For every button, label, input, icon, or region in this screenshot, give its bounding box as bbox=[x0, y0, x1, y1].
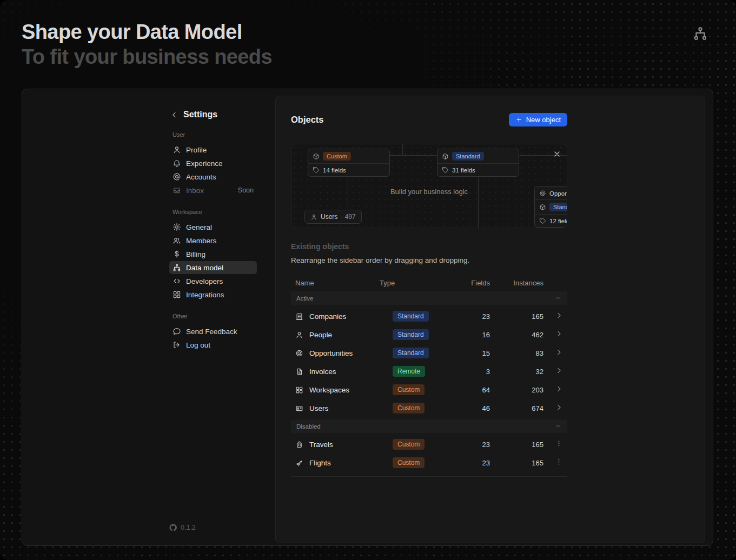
sidebar-item-profile[interactable]: Profile bbox=[169, 143, 257, 156]
idcard-icon bbox=[295, 404, 303, 412]
object-row-travels[interactable]: TravelsCustom23165 bbox=[291, 435, 567, 454]
object-name-cell: Opportunities bbox=[295, 349, 380, 357]
object-name: Flights bbox=[309, 459, 331, 467]
instances-count: 203 bbox=[490, 386, 543, 394]
row-chevron-right-icon[interactable] bbox=[555, 311, 563, 319]
row-chevron-right-icon[interactable] bbox=[555, 348, 563, 356]
users-label: Users bbox=[321, 213, 337, 221]
custom-badge: Custom bbox=[393, 457, 425, 468]
nav-section-label: Other bbox=[173, 313, 257, 319]
objects-table: NameTypeFieldsInstances ActiveCompaniesS… bbox=[291, 276, 567, 477]
data-model-hero-icon bbox=[693, 26, 708, 41]
standard-badge: Standard bbox=[393, 329, 429, 340]
code-icon bbox=[173, 277, 181, 285]
apps-icon bbox=[295, 386, 303, 394]
group-header-active[interactable]: Active bbox=[291, 291, 567, 305]
flow-line bbox=[478, 175, 479, 228]
sidebar-item-developers[interactable]: Developers bbox=[169, 275, 257, 288]
object-name: Opportunities bbox=[309, 349, 353, 357]
object-row-workspaces[interactable]: WorkspacesCustom64203 bbox=[291, 381, 567, 399]
fields-count: 46 bbox=[466, 404, 490, 412]
sidebar-item-billing[interactable]: Billing bbox=[169, 248, 257, 261]
soon-badge: Soon bbox=[238, 186, 254, 194]
fields-count: 23 bbox=[466, 441, 490, 449]
custom-badge: Custom bbox=[393, 384, 425, 395]
object-name-cell: Flights bbox=[295, 459, 380, 467]
fields-count: 12 fields bbox=[549, 218, 567, 224]
row-chevron-right-icon[interactable] bbox=[555, 385, 563, 393]
object-icon bbox=[539, 204, 546, 211]
sidebar-item-members[interactable]: Members bbox=[169, 234, 257, 247]
sidebar-item-label: General bbox=[186, 223, 212, 231]
existing-objects-subtitle: Rearrange the sidebar order by dragging … bbox=[291, 256, 567, 264]
row-chevron-right-icon[interactable] bbox=[555, 366, 563, 375]
object-name-cell: Companies bbox=[295, 312, 380, 321]
flow-node-standard: Standard 31 fields bbox=[437, 149, 519, 177]
object-name-cell: Users bbox=[295, 404, 380, 412]
github-icon bbox=[169, 524, 177, 531]
page-title: Shape your Data Model bbox=[22, 21, 242, 44]
instances-count: 165 bbox=[490, 441, 543, 449]
fields-count: 64 bbox=[466, 386, 490, 394]
objects-table-header: NameTypeFieldsInstances bbox=[291, 276, 567, 289]
object-row-companies[interactable]: CompaniesStandard23165 bbox=[291, 307, 567, 325]
column-header-instances: Instances bbox=[490, 279, 543, 287]
row-menu-icon[interactable] bbox=[555, 458, 563, 466]
fields-count: 3 bbox=[466, 368, 490, 376]
object-row-people[interactable]: PeopleStandard16462 bbox=[291, 325, 567, 344]
object-row-users[interactable]: UsersCustom46674 bbox=[291, 399, 567, 417]
objects-banner: Custom 14 fields Standard bbox=[291, 144, 567, 228]
sidebar-item-label: Experience bbox=[186, 159, 223, 168]
new-object-button[interactable]: New object bbox=[509, 113, 567, 126]
nav-section-label: Workspace bbox=[173, 209, 257, 215]
sidebar-item-accounts[interactable]: Accounts bbox=[169, 170, 257, 183]
object-row-invoices[interactable]: InvoicesRemote332 bbox=[291, 362, 567, 381]
banner-close-button[interactable] bbox=[553, 150, 561, 158]
sidebar-item-general[interactable]: General bbox=[169, 221, 257, 234]
sidebar-item-label: Log out bbox=[186, 341, 210, 349]
instances-count: 674 bbox=[490, 404, 543, 412]
banner-caption: Build your business logic bbox=[291, 188, 567, 196]
custom-badge: Custom bbox=[323, 152, 351, 161]
objects-panel: Objects New object Custom bbox=[275, 96, 705, 543]
sidebar-item-log-out[interactable]: Log out bbox=[169, 338, 257, 351]
standard-badge: Standard bbox=[549, 203, 567, 211]
row-menu-icon[interactable] bbox=[555, 439, 563, 448]
standard-badge: Standard bbox=[393, 311, 429, 322]
sidebar-item-label: Members bbox=[186, 237, 216, 245]
sidebar-sections: UserProfileExperienceAccountsInboxSoonWo… bbox=[169, 131, 257, 351]
nav-section-label: User bbox=[173, 131, 257, 138]
flow-line bbox=[402, 144, 403, 155]
settings-back-button[interactable]: Settings bbox=[170, 110, 257, 119]
object-name-cell: Workspaces bbox=[295, 386, 380, 394]
object-name: People bbox=[309, 331, 332, 339]
group-header-disabled[interactable]: Disabled bbox=[291, 419, 567, 433]
at-icon bbox=[173, 172, 181, 181]
object-name-cell: People bbox=[295, 331, 380, 339]
objects-header: Objects New object bbox=[291, 112, 567, 126]
row-chevron-right-icon[interactable] bbox=[555, 403, 563, 411]
object-name-cell: Invoices bbox=[295, 368, 380, 376]
row-chevron-right-icon[interactable] bbox=[555, 330, 563, 338]
sidebar-item-data-model[interactable]: Data model bbox=[169, 261, 257, 274]
apps-icon bbox=[173, 290, 181, 299]
object-row-flights[interactable]: FlightsCustom23165 bbox=[291, 454, 567, 472]
object-name: Companies bbox=[309, 312, 346, 321]
fields-count: 14 fields bbox=[323, 167, 346, 174]
instances-count: 462 bbox=[490, 331, 543, 339]
page-subtitle: To fit your business needs bbox=[22, 45, 272, 69]
group-label: Active bbox=[296, 295, 313, 302]
object-name: Users bbox=[309, 404, 328, 412]
sidebar-item-experience[interactable]: Experience bbox=[169, 157, 257, 170]
custom-badge: Custom bbox=[393, 403, 425, 414]
object-row-opportunities[interactable]: OpportunitiesStandard1583 bbox=[291, 344, 567, 362]
users-icon bbox=[173, 236, 181, 245]
sidebar-item-inbox[interactable]: InboxSoon bbox=[169, 184, 257, 197]
instances-count: 165 bbox=[490, 312, 543, 321]
tag-icon bbox=[539, 217, 546, 224]
sidebar-item-send-feedback[interactable]: Send Feedback bbox=[169, 325, 257, 338]
fields-count: 23 bbox=[466, 459, 490, 467]
settings-card: Settings UserProfileExperienceAccountsIn… bbox=[22, 89, 713, 546]
inbox-icon bbox=[173, 186, 181, 195]
sidebar-item-integrations[interactable]: Integrations bbox=[169, 288, 257, 301]
